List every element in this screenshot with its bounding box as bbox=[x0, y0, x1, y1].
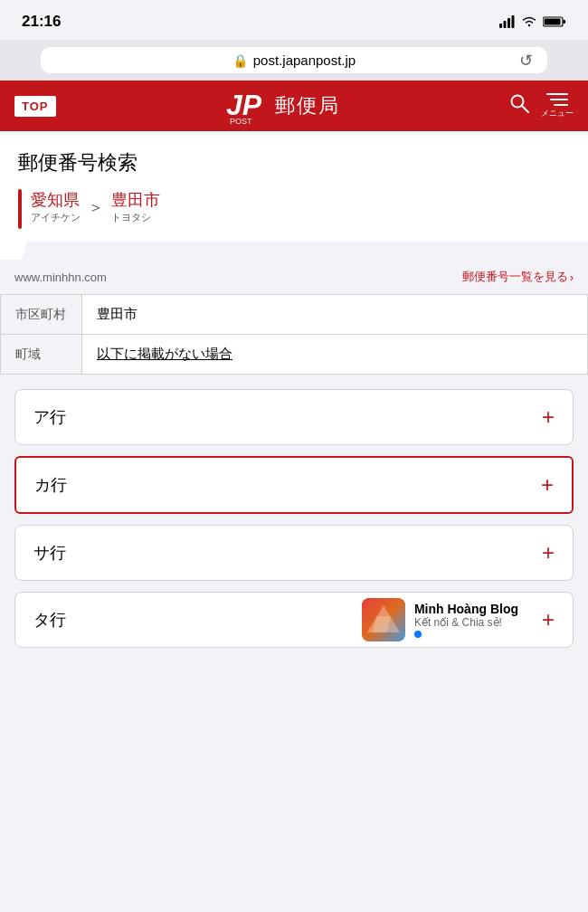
accordion-item-ka[interactable]: カ行 + bbox=[14, 456, 574, 514]
breadcrumb: 愛知県 アイチケン ＞ 豊田市 トヨタシ bbox=[18, 189, 570, 229]
table-row: 市区町村 豊田市 bbox=[1, 295, 588, 335]
accordion-plus-sa: + bbox=[542, 542, 555, 564]
ad-logo bbox=[362, 598, 405, 641]
table-row: 町域 以下に掲載がない場合 bbox=[1, 335, 588, 375]
city-name: 豊田市 bbox=[111, 189, 160, 211]
top-button[interactable]: TOP bbox=[14, 96, 56, 117]
hamburger-icon bbox=[546, 93, 568, 106]
battery-icon bbox=[543, 15, 566, 28]
logo-area: JP POST 郵便局 bbox=[224, 88, 340, 124]
breadcrumb-arrow: ＞ bbox=[88, 196, 104, 218]
page-title: 郵便番号検索 bbox=[18, 149, 570, 176]
address-pill[interactable]: 🔒 post.japanpost.jp ↺ bbox=[41, 47, 547, 73]
site-title: 郵便局 bbox=[275, 92, 340, 119]
accordion-plus-ta: + bbox=[542, 609, 555, 631]
page-title-area: 郵便番号検索 愛知県 アイチケン ＞ 豊田市 トヨタシ bbox=[0, 131, 588, 242]
accordion-item-sa[interactable]: サ行 + bbox=[14, 525, 574, 581]
svg-text:POST: POST bbox=[230, 117, 252, 124]
nav-right-area: メニュー bbox=[508, 92, 574, 119]
fold-area bbox=[0, 242, 588, 260]
accordion-area: ア行 + カ行 + サ行 + タ行 bbox=[0, 375, 588, 648]
table-label-area: 町域 bbox=[1, 335, 82, 375]
menu-label: メニュー bbox=[541, 108, 574, 119]
bottom-spacer bbox=[0, 648, 588, 666]
breadcrumb-items: 愛知県 アイチケン ＞ 豊田市 トヨタシ bbox=[31, 189, 160, 224]
nav-bar: TOP JP POST 郵便局 メニュー bbox=[0, 81, 588, 131]
list-link-arrow: › bbox=[570, 271, 574, 284]
fold-notch bbox=[0, 242, 27, 260]
status-bar: 21:16 bbox=[0, 0, 588, 40]
ad-dot bbox=[414, 631, 422, 638]
main-content: 郵便番号検索 愛知県 アイチケン ＞ 豊田市 トヨタシ www.minhhn.c… bbox=[0, 131, 588, 666]
area-link: 以下に掲載がない場合 bbox=[97, 346, 232, 361]
svg-rect-3 bbox=[512, 15, 515, 28]
prefecture-name: 愛知県 bbox=[31, 189, 81, 211]
list-link-text: 郵便番号一覧を見る bbox=[462, 269, 568, 285]
lock-icon: 🔒 bbox=[232, 53, 248, 68]
search-button[interactable] bbox=[508, 92, 530, 119]
accordion-plus-a: + bbox=[542, 406, 555, 428]
svg-rect-5 bbox=[564, 20, 566, 24]
signal-icon bbox=[499, 15, 516, 28]
ad-title: Minh Hoàng Blog bbox=[414, 602, 518, 616]
svg-rect-1 bbox=[504, 21, 507, 28]
status-time: 21:16 bbox=[22, 13, 61, 31]
table-value-area[interactable]: 以下に掲載がない場合 bbox=[82, 335, 588, 375]
accordion-item-ta[interactable]: タ行 bbox=[14, 592, 574, 648]
city-kana: トヨタシ bbox=[111, 211, 160, 224]
accordion-label-ka: カ行 bbox=[34, 474, 67, 496]
breadcrumb-bar bbox=[18, 189, 22, 229]
jp-post-symbol: JP POST bbox=[224, 88, 268, 124]
ad-subtitle: Kết nối & Chia sẻ! bbox=[414, 616, 518, 629]
svg-line-10 bbox=[522, 106, 528, 112]
site-url: www.minhhn.com bbox=[14, 271, 107, 284]
accordion-plus-ka: + bbox=[541, 474, 554, 496]
menu-button[interactable]: メニュー bbox=[541, 93, 574, 119]
info-bar: www.minhhn.com 郵便番号一覧を見る › bbox=[0, 260, 588, 294]
ad-overlay: Minh Hoàng Blog Kết nối & Chia sẻ! bbox=[362, 598, 518, 641]
accordion-label-sa: サ行 bbox=[33, 542, 66, 564]
wifi-icon bbox=[521, 15, 537, 28]
prefecture-kana: アイチケン bbox=[31, 211, 81, 224]
info-table: 市区町村 豊田市 町域 以下に掲載がない場合 bbox=[0, 294, 588, 375]
status-icons bbox=[499, 15, 566, 28]
accordion-label-ta: タ行 bbox=[33, 609, 66, 631]
ad-text: Minh Hoàng Blog Kết nối & Chia sẻ! bbox=[414, 602, 518, 638]
svg-rect-2 bbox=[507, 18, 510, 28]
accordion-label-a: ア行 bbox=[33, 406, 66, 428]
breadcrumb-city[interactable]: 豊田市 トヨタシ bbox=[111, 189, 160, 224]
url-text: post.japanpost.jp bbox=[253, 52, 356, 68]
address-bar: 🔒 post.japanpost.jp ↺ bbox=[0, 40, 588, 81]
svg-rect-6 bbox=[545, 19, 561, 25]
reload-button[interactable]: ↺ bbox=[519, 51, 533, 71]
list-link[interactable]: 郵便番号一覧を見る › bbox=[462, 269, 574, 285]
breadcrumb-prefecture[interactable]: 愛知県 アイチケン bbox=[31, 189, 81, 224]
table-value-city: 豊田市 bbox=[82, 295, 588, 335]
accordion-item-a[interactable]: ア行 + bbox=[14, 389, 574, 445]
svg-rect-0 bbox=[499, 24, 502, 28]
jp-logo: JP POST bbox=[224, 88, 268, 124]
table-label-city: 市区町村 bbox=[1, 295, 82, 335]
